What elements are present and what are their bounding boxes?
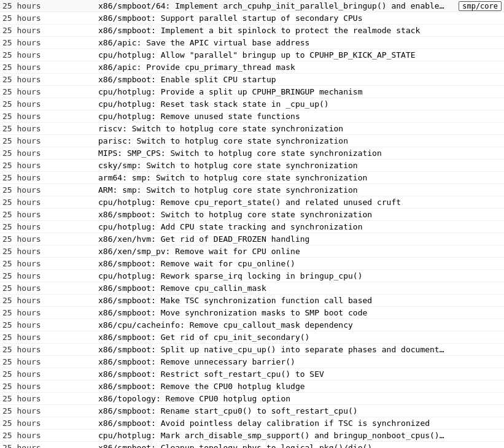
table-row[interactable]: 25 hoursx86/xen/smp_pv: Remove wait for … <box>0 245 504 258</box>
table-row[interactable]: 25 hoursx86/smpboot/64: Implement arch_c… <box>0 0 504 12</box>
table-row[interactable]: 25 hoursx86/cpu/cacheinfo: Remove cpu_ca… <box>0 319 504 331</box>
table-row[interactable]: 25 hourscpu/hotplug: Mark arch_disable_s… <box>0 430 504 442</box>
commit-time: 25 hours <box>0 271 61 280</box>
commit-tag[interactable]: smp/core <box>449 1 504 11</box>
commit-message[interactable]: x86/xen/smp_pv: Remove wait for CPU onli… <box>98 247 449 256</box>
commit-message[interactable]: x86/smpboot: Avoid pointless delay calib… <box>98 419 449 428</box>
table-row[interactable]: 25 hoursx86/topology: Remove CPU0 hotplu… <box>0 393 504 405</box>
table-row[interactable]: 25 hoursx86/smpboot: Remove the CPU0 hot… <box>0 380 504 393</box>
table-row[interactable]: 25 hoursx86/smpboot: Remove wait for cpu… <box>0 258 504 270</box>
table-row[interactable]: 25 hoursx86/smpboot: Rename start_cpu0()… <box>0 405 504 417</box>
commit-message[interactable]: cpu/hotplug: Add CPU state tracking and … <box>98 222 449 231</box>
table-row[interactable]: 25 hourscpu/hotplug: Remove cpu_report_s… <box>0 196 504 209</box>
commit-message[interactable]: x86/smpboot: Get rid of cpu_init_seconda… <box>98 333 449 342</box>
commit-time: 25 hours <box>0 247 61 256</box>
commit-message[interactable]: x86/smpboot: Remove wait for cpu_online(… <box>98 259 449 268</box>
commit-time: 25 hours <box>0 406 61 415</box>
table-row[interactable]: 25 hoursARM: smp: Switch to hotplug core… <box>0 184 504 196</box>
table-row[interactable]: 25 hourscpu/hotplug: Rework sparse_irq l… <box>0 270 504 282</box>
commit-time: 25 hours <box>0 382 61 391</box>
commit-message[interactable]: cpu/hotplug: Rework sparse_irq locking i… <box>98 271 449 280</box>
commit-time: 25 hours <box>0 198 61 207</box>
commit-time: 25 hours <box>0 419 61 428</box>
commit-message[interactable]: parisc: Switch to hotplug core state syn… <box>98 136 449 145</box>
table-row[interactable]: 25 hoursx86/smpboot: Switch to hotplug c… <box>0 209 504 221</box>
commit-time: 25 hours <box>0 112 61 121</box>
table-row[interactable]: 25 hoursx86/smpboot: Split up native_cpu… <box>0 344 504 356</box>
commit-time: 25 hours <box>0 284 61 293</box>
commit-message[interactable]: cpu/hotplug: Mark arch_disable_smp_suppo… <box>98 431 449 440</box>
commit-message[interactable]: cpu/hotplug: Reset task stack state in _… <box>98 99 449 109</box>
table-row[interactable]: 25 hoursx86/smpboot: Implement a bit spi… <box>0 25 504 37</box>
commit-message[interactable]: x86/smpboot: Make TSC synchronization fu… <box>98 296 449 305</box>
commit-message[interactable]: cpu/hotplug: Provide a split up CPUHP_BR… <box>98 87 449 96</box>
commit-message[interactable]: x86/smpboot: Remove the CPU0 hotplug klu… <box>98 382 449 391</box>
commit-message[interactable]: x86/smpboot: Cleanup topology_phys_to_lo… <box>98 443 449 448</box>
commit-time: 25 hours <box>0 38 61 47</box>
table-row[interactable]: 25 hourscpu/hotplug: Remove unused state… <box>0 110 504 123</box>
table-row[interactable]: 25 hourscsky/smp: Switch to hotplug core… <box>0 160 504 172</box>
table-row[interactable]: 25 hoursx86/smpboot: Cleanup topology_ph… <box>0 442 504 448</box>
commit-message[interactable]: x86/smpboot: Implement a bit spinlock to… <box>98 26 449 35</box>
commit-time: 25 hours <box>0 357 61 366</box>
commit-time: 25 hours <box>0 63 61 72</box>
table-row[interactable]: 25 hoursx86/smpboot: Remove cpu_callin_m… <box>0 282 504 295</box>
commit-message[interactable]: x86/apic: Provide cpu_primary_thread mas… <box>98 63 449 72</box>
commit-message[interactable]: riscv: Switch to hotplug core state sync… <box>98 124 449 133</box>
table-row[interactable]: 25 hoursx86/smpboot: Move synchronizatio… <box>0 307 504 319</box>
table-row[interactable]: 25 hoursx86/smpboot: Restrict soft_resta… <box>0 368 504 380</box>
commit-time: 25 hours <box>0 50 61 60</box>
commit-message[interactable]: cpu/hotplug: Remove cpu_report_state() a… <box>98 198 449 207</box>
commit-message[interactable]: cpu/hotplug: Allow "parallel" bringup up… <box>98 50 449 60</box>
table-row[interactable]: 25 hourscpu/hotplug: Reset task stack st… <box>0 98 504 110</box>
table-row[interactable]: 25 hoursx86/apic: Save the APIC virtual … <box>0 37 504 49</box>
commit-time: 25 hours <box>0 234 61 244</box>
commit-message[interactable]: x86/smpboot: Rename start_cpu0() to soft… <box>98 406 449 415</box>
table-row[interactable]: 25 hoursx86/apic: Provide cpu_primary_th… <box>0 61 504 74</box>
commit-time: 25 hours <box>0 345 61 354</box>
commit-time: 25 hours <box>0 296 61 305</box>
table-row[interactable]: 25 hourscpu/hotplug: Add CPU state track… <box>0 221 504 233</box>
table-row[interactable]: 25 hoursx86/smpboot: Avoid pointless del… <box>0 417 504 430</box>
table-row[interactable]: 25 hoursx86/smpboot: Support parallel st… <box>0 12 504 25</box>
table-row[interactable]: 25 hoursx86/smpboot: Enable split CPU st… <box>0 74 504 86</box>
table-row[interactable]: 25 hoursMIPS: SMP_CPS: Switch to hotplug… <box>0 147 504 160</box>
commit-time: 25 hours <box>0 136 61 145</box>
commit-message[interactable]: ARM: smp: Switch to hotplug core state s… <box>98 185 449 195</box>
commit-message[interactable]: x86/apic: Save the APIC virtual base add… <box>98 38 449 47</box>
table-row[interactable]: 25 hourscpu/hotplug: Allow "parallel" br… <box>0 49 504 61</box>
table-row[interactable]: 25 hoursarm64: smp: Switch to hotplug co… <box>0 172 504 184</box>
commit-message[interactable]: arm64: smp: Switch to hotplug core state… <box>98 173 449 182</box>
commit-time: 25 hours <box>0 149 61 158</box>
commit-message[interactable]: x86/topology: Remove CPU0 hotplug option <box>98 394 449 403</box>
commit-time: 25 hours <box>0 333 61 342</box>
commit-time: 25 hours <box>0 1 61 10</box>
commit-message[interactable]: cpu/hotplug: Remove unused state functio… <box>98 112 449 121</box>
table-row[interactable]: 25 hoursparisc: Switch to hotplug core s… <box>0 135 504 147</box>
table-row[interactable]: 25 hoursx86/xen/hvm: Get rid of DEAD_FRO… <box>0 233 504 245</box>
commit-time: 25 hours <box>0 26 61 35</box>
commit-message[interactable]: x86/smpboot: Enable split CPU startup <box>98 75 449 84</box>
table-row[interactable]: 25 hoursx86/smpboot: Remove unnecessary … <box>0 356 504 368</box>
commit-message[interactable]: x86/smpboot: Move synchronization masks … <box>98 308 449 317</box>
commit-message[interactable]: csky/smp: Switch to hotplug core state s… <box>98 161 449 170</box>
commit-time: 25 hours <box>0 308 61 317</box>
commit-message[interactable]: x86/smpboot: Remove unnecessary barrier(… <box>98 357 449 366</box>
commit-message[interactable]: MIPS: SMP_CPS: Switch to hotplug core st… <box>98 149 449 158</box>
commit-time: 25 hours <box>0 173 61 182</box>
commit-message[interactable]: x86/smpboot/64: Implement arch_cpuhp_ini… <box>98 1 449 10</box>
commit-message[interactable]: x86/xen/hvm: Get rid of DEAD_FROZEN hand… <box>98 234 449 244</box>
table-row[interactable]: 25 hourscpu/hotplug: Provide a split up … <box>0 86 504 98</box>
commit-message[interactable]: x86/smpboot: Support parallel startup of… <box>98 14 449 23</box>
commit-time: 25 hours <box>0 14 61 23</box>
table-row[interactable]: 25 hoursx86/smpboot: Make TSC synchroniz… <box>0 295 504 307</box>
commit-message[interactable]: x86/smpboot: Split up native_cpu_up() in… <box>98 345 449 354</box>
commit-message[interactable]: x86/smpboot: Switch to hotplug core stat… <box>98 210 449 219</box>
commit-message[interactable]: x86/cpu/cacheinfo: Remove cpu_callout_ma… <box>98 320 449 330</box>
table-row[interactable]: 25 hoursriscv: Switch to hotplug core st… <box>0 123 504 135</box>
commit-time: 25 hours <box>0 431 61 440</box>
commit-message[interactable]: x86/smpboot: Restrict soft_restart_cpu()… <box>98 369 449 379</box>
commit-message[interactable]: x86/smpboot: Remove cpu_callin_mask <box>98 284 449 293</box>
commit-time: 25 hours <box>0 87 61 96</box>
table-row[interactable]: 25 hoursx86/smpboot: Get rid of cpu_init… <box>0 331 504 344</box>
